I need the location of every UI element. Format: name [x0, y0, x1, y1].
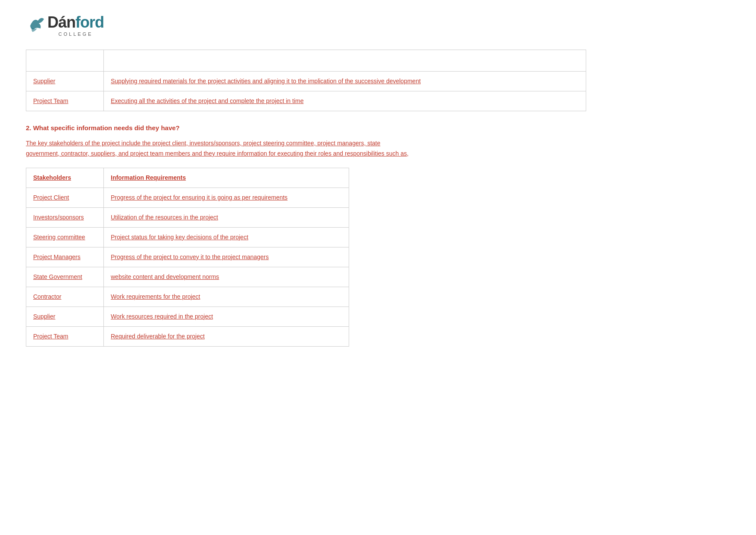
section2-heading: 2. What specific information needs did t… — [26, 124, 730, 131]
table-cell-empty1 — [26, 50, 104, 72]
cell-contractor-info: Work requirements for the project — [104, 287, 349, 307]
section2-table: Stakeholders Information Requirements Pr… — [26, 168, 349, 347]
cell-managers-info: Progress of the project to convey it to … — [104, 247, 349, 267]
cell-contractor: Contractor — [26, 287, 104, 307]
col-header-stakeholders: Stakeholders — [26, 168, 104, 188]
cell-state-gov-info: website content and development norms — [104, 267, 349, 287]
cell-managers: Project Managers — [26, 247, 104, 267]
cell-investors: Investors/sponsors — [26, 207, 104, 227]
table-cell-empty2 — [104, 50, 586, 72]
logo-dan: Dán — [47, 13, 75, 31]
top-table: Supplier Supplying required materials fo… — [26, 50, 586, 111]
table-row-managers: Project Managers Progress of the project… — [26, 247, 349, 267]
table-cell-supplier-label: Supplier — [26, 72, 104, 91]
table-row-investors: Investors/sponsors Utilization of the re… — [26, 207, 349, 227]
table-row-steering: Steering committee Project status for ta… — [26, 227, 349, 247]
cell-project-team2-info: Required deliverable for the project — [104, 326, 349, 346]
col-header-info-req: Information Requirements — [104, 168, 349, 188]
logo-bird-icon — [26, 13, 47, 37]
table-row-project-team: Project Team Executing all the activitie… — [26, 91, 586, 111]
cell-supplier2: Supplier — [26, 307, 104, 326]
logo-college: COLLEGE — [47, 31, 104, 37]
logo-area: Dánford COLLEGE — [26, 13, 730, 37]
table-row-contractor: Contractor Work requirements for the pro… — [26, 287, 349, 307]
cell-steering: Steering committee — [26, 227, 104, 247]
table-header-row: Stakeholders Information Requirements — [26, 168, 349, 188]
cell-supplier2-info: Work resources required in the project — [104, 307, 349, 326]
table-row-supplier2: Supplier Work resources required in the … — [26, 307, 349, 326]
logo-ford: ford — [75, 13, 104, 31]
table-cell-supplier-value: Supplying required materials for the pro… — [104, 72, 586, 91]
section2-paragraph: The key stakeholders of the project incl… — [26, 138, 414, 159]
table-row-state-gov: State Government website content and dev… — [26, 267, 349, 287]
cell-project-team2: Project Team — [26, 326, 104, 346]
table-cell-project-team-value: Executing all the activities of the proj… — [104, 91, 586, 111]
table-row-project-team2: Project Team Required deliverable for th… — [26, 326, 349, 346]
table-cell-project-team-label: Project Team — [26, 91, 104, 111]
table-row-supplier: Supplier Supplying required materials fo… — [26, 72, 586, 91]
cell-investors-info: Utilization of the resources in the proj… — [104, 207, 349, 227]
cell-project-client-info: Progress of the project for ensuring it … — [104, 188, 349, 207]
table-row — [26, 50, 586, 72]
cell-state-gov: State Government — [26, 267, 104, 287]
cell-steering-info: Project status for taking key decisions … — [104, 227, 349, 247]
cell-project-client: Project Client — [26, 188, 104, 207]
table-row-project-client: Project Client Progress of the project f… — [26, 188, 349, 207]
